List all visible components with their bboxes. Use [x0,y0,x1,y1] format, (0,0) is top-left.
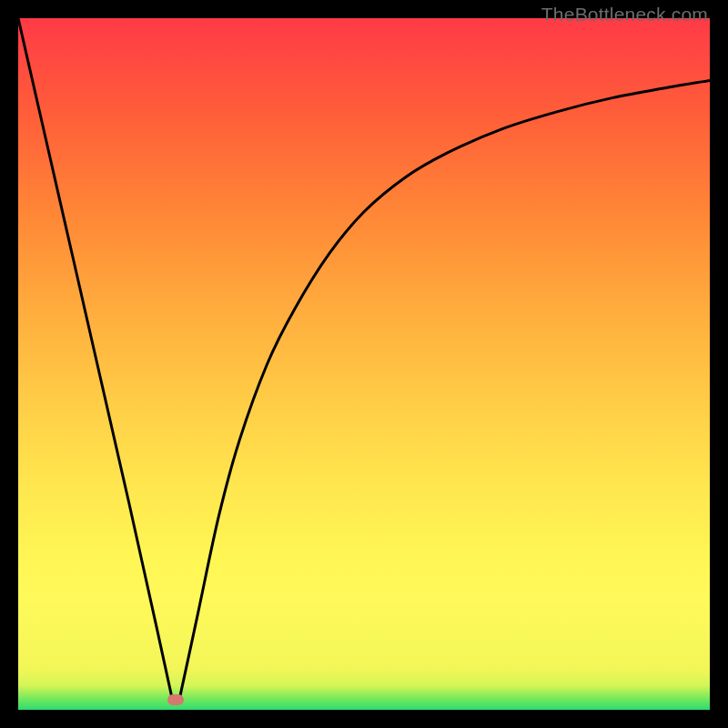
curve-right [178,80,710,703]
minimum-marker [167,694,184,705]
bottleneck-curve [18,18,710,710]
curve-left [18,18,173,703]
